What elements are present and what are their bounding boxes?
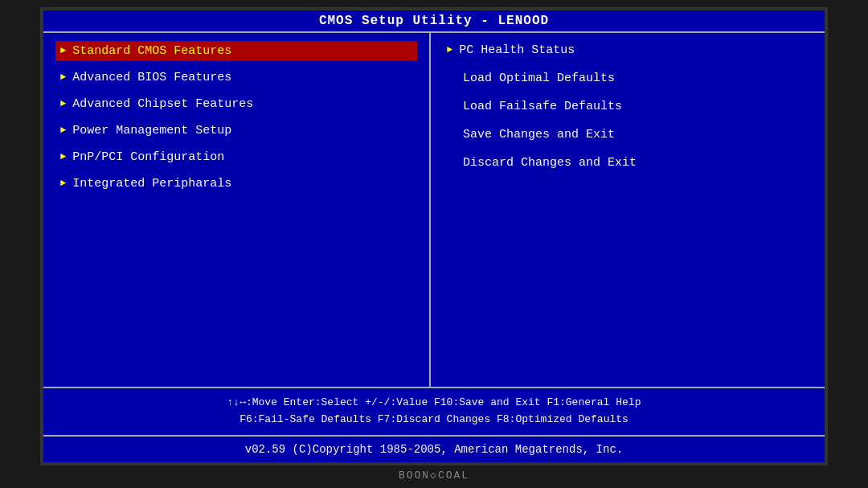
menu-label-pnp-pci: PnP/PCI Configuration [72, 150, 224, 164]
menu-label-integrated: Integrated Peripharals [72, 177, 231, 191]
menu-label-standard-cmos: Standard CMOS Features [72, 44, 231, 58]
arrow-icon-advanced-bios: ► [60, 72, 66, 83]
arrow-icon-pnp-pci: ► [60, 151, 66, 162]
footer-copyright: v02.59 (C)Copyright 1985-2005, American … [43, 437, 825, 462]
menu-label-advanced-chipset: Advanced Chipset Features [72, 97, 253, 111]
monitor-brand: BOON◇COAL [399, 469, 469, 482]
left-menu-item-advanced-bios[interactable]: ►Advanced BIOS Features [55, 68, 417, 88]
title-text: CMOS Setup Utility - LENOOD [319, 14, 549, 28]
left-menu-item-standard-cmos[interactable]: ►Standard CMOS Features [55, 41, 417, 61]
footer-line2: F6:Fail-Safe Defaults F7:Discard Changes… [59, 412, 809, 429]
copyright-text: v02.59 (C)Copyright 1985-2005, American … [245, 443, 623, 456]
right-label-load-failsafe: Load Failsafe Defaults [463, 100, 622, 113]
left-menu-item-integrated[interactable]: ►Integrated Peripharals [55, 174, 417, 194]
right-menu-item-load-failsafe[interactable]: Load Failsafe Defaults [447, 97, 809, 116]
menu-label-power-management: Power Management Setup [72, 124, 231, 137]
right-panel: ►PC Health StatusLoad Optimal DefaultsLo… [431, 33, 825, 387]
arrow-icon-integrated: ► [60, 178, 66, 189]
right-label-save-changes: Save Changes and Exit [463, 128, 615, 141]
arrow-icon-advanced-chipset: ► [60, 98, 66, 109]
arrow-icon-pc-health: ► [447, 44, 452, 55]
right-menu-item-pc-health[interactable]: ►PC Health Status [447, 41, 809, 59]
arrow-icon-standard-cmos: ► [60, 45, 66, 56]
footer-keys: ↑↓↔:Move Enter:Select +/-/:Value F10:Sav… [43, 388, 825, 437]
right-label-discard-changes: Discard Changes and Exit [463, 156, 637, 170]
title-bar: CMOS Setup Utility - LENOOD [43, 10, 825, 33]
right-menu-item-save-changes[interactable]: Save Changes and Exit [447, 125, 809, 144]
left-menu-item-advanced-chipset[interactable]: ►Advanced Chipset Features [55, 94, 417, 114]
right-label-load-optimal: Load Optimal Defaults [463, 72, 615, 85]
main-content: ►Standard CMOS Features►Advanced BIOS Fe… [43, 33, 825, 388]
right-menu-item-discard-changes[interactable]: Discard Changes and Exit [447, 154, 809, 172]
left-menu-item-pnp-pci[interactable]: ►PnP/PCI Configuration [55, 147, 417, 167]
footer-line1: ↑↓↔:Move Enter:Select +/-/:Value F10:Sav… [59, 395, 809, 412]
left-panel: ►Standard CMOS Features►Advanced BIOS Fe… [43, 33, 431, 387]
menu-label-advanced-bios: Advanced BIOS Features [72, 71, 231, 84]
right-menu-item-load-optimal[interactable]: Load Optimal Defaults [447, 69, 809, 88]
arrow-icon-power-management: ► [60, 125, 66, 136]
right-label-pc-health: PC Health Status [459, 43, 575, 57]
left-menu-item-power-management[interactable]: ►Power Management Setup [55, 121, 417, 141]
monitor-screen: CMOS Setup Utility - LENOOD ►Standard CM… [40, 7, 828, 465]
